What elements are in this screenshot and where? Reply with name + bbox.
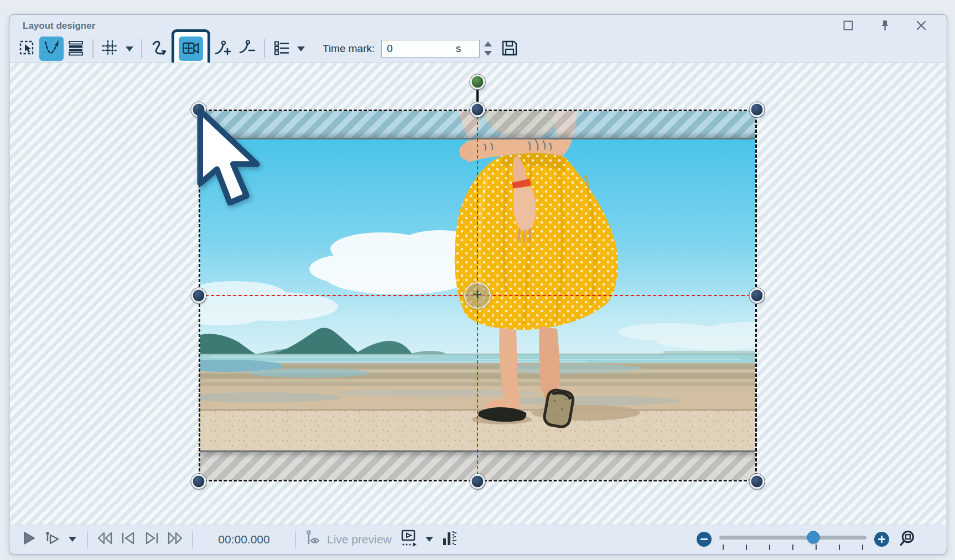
image-selection[interactable] <box>199 110 757 481</box>
spinner-up-button[interactable] <box>483 42 493 47</box>
magnifier-icon <box>899 541 918 549</box>
play-icon <box>20 530 37 548</box>
transport-bar: 00:00.000 Live preview <box>9 525 947 554</box>
zoom-to-fit-button[interactable] <box>898 529 919 550</box>
time-mark-label: Time mark: <box>323 43 375 55</box>
pin-icon <box>879 19 890 33</box>
layout-designer-window: Layout designer <box>9 14 947 554</box>
resize-handle-bottom-center[interactable] <box>470 474 485 489</box>
resize-handle-top-center[interactable] <box>470 102 485 117</box>
time-mark-unit: s <box>456 43 461 55</box>
preview-options-dropdown-button[interactable] <box>422 530 437 549</box>
zoom-out-button[interactable] <box>697 532 712 547</box>
pin-button[interactable] <box>878 19 891 33</box>
zoom-control <box>697 525 919 554</box>
remove-keyframe-tool-button[interactable] <box>235 37 259 61</box>
time-mark-spinner <box>483 42 493 56</box>
zoom-slider-handle[interactable] <box>807 531 820 543</box>
play-button[interactable] <box>19 530 39 549</box>
titlebar: Layout designer <box>9 15 947 35</box>
chevron-down-icon <box>126 46 133 51</box>
keyframe-list-icon <box>273 40 290 58</box>
preview-in-window-icon <box>400 529 418 549</box>
chevron-up-icon <box>484 42 492 46</box>
close-button[interactable] <box>915 19 928 33</box>
zoom-slider-track[interactable] <box>719 536 866 540</box>
toolbar: Time mark: s <box>9 35 947 63</box>
camera-pan-icon <box>182 39 200 59</box>
resize-handle-middle-right[interactable] <box>750 288 765 303</box>
grid-tool-button[interactable] <box>98 37 122 61</box>
timeline-stats-button[interactable] <box>440 530 460 549</box>
window-title: Layout designer <box>23 20 95 32</box>
remove-keyframe-icon <box>238 39 256 59</box>
zoom-slider[interactable] <box>719 530 866 549</box>
center-marker[interactable] <box>464 282 491 309</box>
skip-to-start-button[interactable] <box>95 530 115 549</box>
motion-path-icon <box>43 40 60 58</box>
skip-to-end-button[interactable] <box>165 530 185 549</box>
maximize-button[interactable] <box>842 19 855 33</box>
timeline-stats-icon <box>442 530 458 549</box>
curve-icon <box>150 39 168 59</box>
chevron-down-icon <box>425 537 433 542</box>
play-from-position-button[interactable] <box>42 530 62 549</box>
spinner-down-button[interactable] <box>483 51 493 56</box>
grid-icon <box>102 40 118 58</box>
add-keyframe-tool-button[interactable] <box>211 37 235 61</box>
maximize-icon <box>843 20 854 33</box>
resize-handle-top-right[interactable] <box>750 102 765 117</box>
skip-to-end-icon <box>166 530 184 548</box>
zoom-slider-ticks <box>723 545 863 550</box>
motion-path-tool-button[interactable] <box>39 37 64 61</box>
chevron-down-icon <box>69 537 76 542</box>
camera-pan-tool-button[interactable] <box>179 37 203 61</box>
center-cross-icon <box>473 290 482 301</box>
separator <box>87 531 88 548</box>
next-frame-button[interactable] <box>142 530 162 549</box>
grid-dropdown-button[interactable] <box>122 37 137 61</box>
select-cursor-icon <box>19 40 35 58</box>
pin-eye-icon <box>304 530 322 549</box>
minus-icon <box>700 538 708 540</box>
keyframe-list-tool-button[interactable] <box>269 37 294 61</box>
rotation-handle[interactable] <box>470 75 485 90</box>
chevron-down-icon <box>297 46 305 51</box>
previous-frame-button[interactable] <box>118 530 138 549</box>
skip-to-start-icon <box>96 530 114 548</box>
live-preview-toggle[interactable] <box>303 530 323 549</box>
resize-handle-bottom-left[interactable] <box>191 474 206 489</box>
resize-handle-middle-left[interactable] <box>191 288 206 303</box>
previous-frame-icon <box>120 530 137 548</box>
time-display: 00:00.000 <box>213 533 275 546</box>
save-button[interactable] <box>500 39 520 59</box>
chevron-down-icon <box>484 51 492 56</box>
layers-tool-button[interactable] <box>64 37 88 61</box>
time-mark-input[interactable] <box>381 40 480 58</box>
separator <box>192 531 193 548</box>
layout-canvas[interactable] <box>10 63 946 525</box>
layers-icon <box>68 40 84 58</box>
save-icon <box>501 50 518 59</box>
separator <box>141 39 142 58</box>
resize-handle-top-left[interactable] <box>191 102 206 117</box>
zoom-in-button[interactable] <box>874 532 889 547</box>
next-frame-icon <box>143 530 160 548</box>
separator <box>264 39 265 58</box>
preview-in-window-button[interactable] <box>399 530 419 549</box>
keyframe-list-dropdown-button[interactable] <box>294 37 308 61</box>
play-options-dropdown-button[interactable] <box>65 530 80 549</box>
add-keyframe-icon <box>214 39 232 59</box>
close-icon <box>916 20 927 33</box>
separator <box>92 39 94 58</box>
live-preview-label: Live preview <box>327 533 392 546</box>
curve-tool-button[interactable] <box>147 37 171 61</box>
select-tool-button[interactable] <box>15 37 39 61</box>
time-mark-field: s <box>381 40 480 58</box>
play-from-position-icon <box>44 530 60 548</box>
separator <box>295 531 296 548</box>
time-mark-group: Time mark: s <box>323 39 520 59</box>
window-controls <box>842 19 928 33</box>
resize-handle-bottom-right[interactable] <box>750 474 765 489</box>
